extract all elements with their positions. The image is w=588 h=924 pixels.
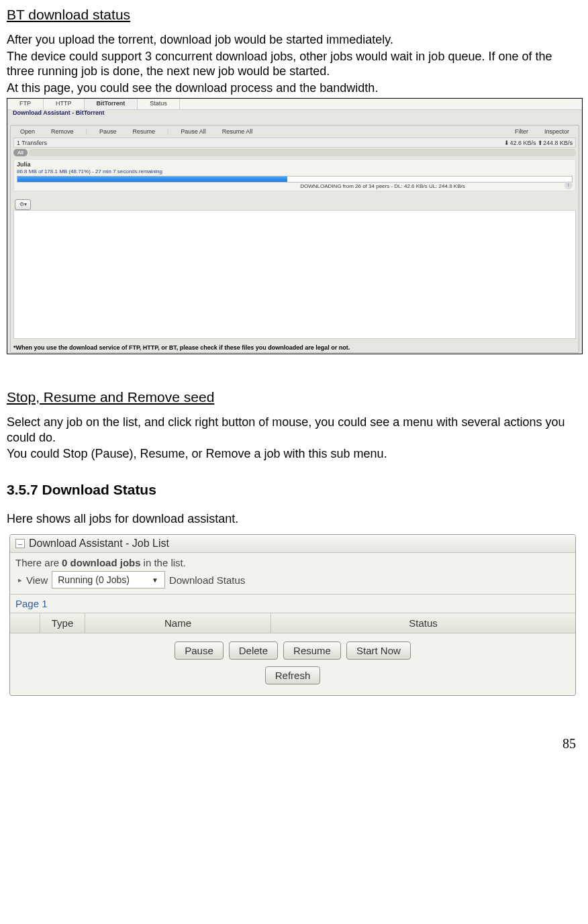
heading-stop-resume-remove: Stop, Resume and Remove seed (7, 389, 581, 405)
info-icon[interactable]: i (565, 181, 573, 189)
legal-footnote: *When you use the download service of FT… (13, 344, 350, 351)
separator-icon: | (83, 128, 90, 135)
panel-header: – Download Assistant - Job List (10, 535, 575, 553)
col-type: Type (40, 613, 85, 633)
upload-rate: 244.8 KB/s (543, 140, 573, 146)
tab-bar: FTP HTTP BitTorrent Status (7, 99, 582, 110)
download-arrow-icon: ⬇ (504, 140, 509, 146)
heading-bt-download-status: BT download status (7, 7, 581, 23)
pause-all-button[interactable]: Pause All (174, 127, 213, 136)
para-intro-1: After you upload the torrent, download j… (7, 32, 581, 48)
torrent-row[interactable]: Julia 86.8 MB of 178.1 MB (48.71%) - 27 … (13, 159, 576, 191)
filter-all-pill[interactable]: All (13, 149, 576, 156)
toolbar: Open Remove | Pause Resume | Pause All R… (11, 125, 579, 138)
torrent-name: Julia (17, 161, 573, 168)
remove-button[interactable]: Remove (44, 127, 81, 136)
screenshot-job-list-panel: – Download Assistant - Job List There ar… (9, 534, 576, 696)
jobs-count-prefix: There are (15, 557, 59, 568)
heading-download-status: 3.5.7 Download Status (7, 482, 581, 498)
view-label: View (26, 574, 48, 586)
transfers-count: 1 Transfers (17, 140, 47, 146)
view-select-value: Running (0 Jobs) (58, 574, 130, 585)
delete-button[interactable]: Delete (229, 641, 278, 660)
panel-inner: Open Remove | Pause Resume | Pause All R… (10, 125, 579, 353)
resume-button[interactable]: Resume (126, 127, 162, 136)
para-intro-3: At this page, you could see the download… (7, 81, 581, 96)
pause-button[interactable]: Pause (175, 641, 224, 660)
col-status: Status (271, 613, 575, 633)
jobs-count-row: There are 0 download jobs in the list. (10, 553, 575, 570)
resume-button[interactable]: Resume (283, 641, 341, 660)
collapse-icon[interactable]: – (15, 539, 25, 548)
open-button[interactable]: Open (13, 127, 42, 136)
para-srr-2: You could Stop (Pause), Resume, or Remov… (7, 446, 581, 462)
para-srr-1: Select any job on the list, and click ri… (7, 415, 581, 445)
start-now-button[interactable]: Start Now (346, 641, 411, 660)
jobs-count-suffix: in the list. (144, 557, 186, 568)
jobs-count-value: 0 download jobs (62, 557, 141, 568)
page-number: 85 (7, 736, 581, 752)
table-header: Type Name Status (10, 613, 575, 633)
download-rate: 42.6 KB/s (509, 140, 536, 146)
upload-arrow-icon: ⬆ (538, 140, 543, 146)
col-blank (10, 613, 40, 633)
tab-ftp[interactable]: FTP (7, 99, 44, 109)
page-indicator: Page 1 (10, 594, 575, 613)
progress-bar (17, 176, 573, 183)
separator-icon: | (164, 128, 171, 135)
panel-title: Download Assistant - BitTorrent (11, 109, 106, 116)
download-status-label: Download Status (169, 574, 245, 586)
transfers-row: 1 Transfers ⬇ 42.6 KB/s ⬆ 244.8 KB/s (13, 138, 576, 148)
para-dlstatus: Here shows all jobs for download assista… (7, 511, 581, 527)
view-select[interactable]: Running (0 Jobs) ▼ (52, 571, 165, 588)
filter-all-label: All (13, 149, 28, 156)
torrent-status-line: DOWNLOADING from 26 of 34 peers - DL: 42… (17, 183, 573, 189)
panel-title-text: Download Assistant - Job List (29, 537, 169, 550)
progress-fill (17, 176, 287, 182)
tab-http[interactable]: HTTP (44, 99, 85, 109)
refresh-button[interactable]: Refresh (265, 666, 321, 684)
empty-body (13, 210, 576, 339)
view-row: ▸ View Running (0 Jobs) ▼ Download Statu… (10, 570, 575, 594)
inspector-button[interactable]: Inspector (538, 127, 576, 136)
action-button-row: Pause Delete Resume Start Now (10, 633, 575, 664)
chevron-down-icon: ▼ (150, 576, 160, 584)
filter-rest (29, 149, 576, 156)
col-name: Name (85, 613, 271, 633)
para-intro-2: The device could support 3 concurrent do… (7, 49, 581, 79)
tab-bittorrent[interactable]: BitTorrent (85, 99, 138, 109)
triangle-icon: ▸ (18, 576, 22, 584)
pause-button[interactable]: Pause (93, 127, 124, 136)
resume-all-button[interactable]: Resume All (215, 127, 260, 136)
screenshot-bittorrent-client: FTP HTTP BitTorrent Status Download Assi… (7, 98, 583, 354)
filter-button[interactable]: Filter (508, 127, 535, 136)
tab-status[interactable]: Status (138, 99, 180, 109)
gear-menu-button[interactable]: ⚙▾ (15, 199, 31, 210)
torrent-subtitle: 86.8 MB of 178.1 MB (48.71%) - 27 min 7 … (17, 168, 573, 174)
refresh-row: Refresh (10, 664, 575, 695)
